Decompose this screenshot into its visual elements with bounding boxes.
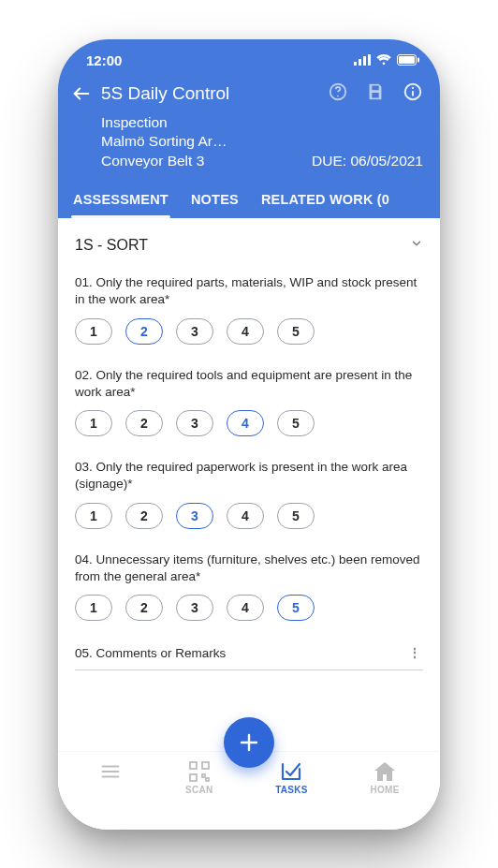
status-time: 12:00: [86, 52, 122, 68]
svg-rect-1: [359, 59, 361, 66]
question-text: 01. Only the required parts, materials, …: [75, 274, 423, 308]
nav-tasks[interactable]: TASKS: [275, 761, 308, 795]
nav-scan[interactable]: SCAN: [185, 761, 213, 795]
rating-option-5[interactable]: 5: [277, 595, 315, 621]
rating-option-2[interactable]: 2: [125, 318, 163, 345]
menu-icon: [98, 761, 123, 782]
rating-option-2[interactable]: 2: [125, 410, 163, 436]
due-text: DUE: 06/05/2021: [312, 152, 423, 171]
more-button[interactable]: ⋮: [408, 645, 423, 660]
rating-row: 12345: [75, 595, 423, 621]
comments-row: 05. Comments or Remarks ⋮: [73, 636, 425, 664]
rating-option-4[interactable]: 4: [227, 503, 264, 529]
tab-related-work[interactable]: RELATED WORK (0: [259, 186, 391, 218]
nav-home[interactable]: HOME: [370, 761, 399, 795]
section-header[interactable]: 1S - SORT: [73, 231, 425, 267]
tab-assessment[interactable]: ASSESSMENT: [71, 186, 170, 218]
arrow-left-icon: [71, 83, 92, 104]
svg-rect-22: [206, 778, 209, 781]
question-block: 03. Only the required paperwork is prese…: [73, 451, 425, 543]
qr-icon: [187, 761, 212, 782]
tab-notes[interactable]: NOTES: [189, 186, 241, 218]
home-icon: [373, 761, 397, 782]
wifi-icon: [376, 54, 391, 66]
svg-rect-0: [354, 62, 357, 66]
rating-option-4[interactable]: 4: [227, 318, 264, 345]
svg-rect-21: [202, 774, 205, 777]
app-bar: 5S Daily Control: [58, 74, 440, 110]
status-icons: [354, 54, 419, 66]
svg-rect-3: [368, 54, 371, 66]
notch: [169, 39, 329, 66]
section-title: 1S - SORT: [75, 237, 148, 254]
rating-option-1[interactable]: 1: [75, 410, 112, 436]
help-circle-icon: [328, 81, 348, 102]
question-text: 04. Unnecessary items (furniture, shelve…: [75, 552, 423, 585]
info-circle-icon: [403, 81, 423, 102]
save-icon: [365, 81, 386, 102]
rating-option-3[interactable]: 3: [176, 595, 213, 621]
question-text: 02. Only the required tools and equipmen…: [75, 367, 423, 401]
question-block: 04. Unnecessary items (furniture, shelve…: [73, 544, 425, 636]
rating-option-1[interactable]: 1: [75, 318, 112, 345]
rating-option-5[interactable]: 5: [277, 318, 315, 345]
back-button[interactable]: [71, 83, 92, 104]
svg-rect-19: [202, 762, 209, 769]
chevron-down-icon: [410, 237, 423, 254]
tasks-icon: [279, 761, 303, 782]
question-text: 03. Only the required paperwork is prese…: [75, 459, 423, 493]
app-header: 12:00 5S Daily Control: [58, 39, 440, 219]
nav-scan-label: SCAN: [185, 785, 213, 795]
nav-home-label: HOME: [370, 785, 399, 795]
rating-option-3[interactable]: 3: [176, 410, 213, 436]
rating-option-5[interactable]: 5: [277, 410, 315, 436]
page-title: 5S Daily Control: [101, 83, 318, 104]
svg-point-12: [412, 86, 414, 88]
rating-option-2[interactable]: 2: [125, 503, 163, 529]
svg-rect-2: [363, 56, 366, 66]
question-block: 02. Only the required tools and equipmen…: [73, 360, 425, 451]
help-button[interactable]: [328, 81, 348, 106]
nav-menu[interactable]: [98, 761, 123, 785]
svg-point-9: [337, 95, 339, 96]
rating-row: 12345: [75, 410, 423, 436]
save-button[interactable]: [365, 81, 386, 106]
info-button[interactable]: [403, 81, 423, 106]
phone-frame: 12:00 5S Daily Control: [58, 39, 440, 830]
location-text: Malmö Sorting Ar…: [101, 132, 423, 152]
signal-icon: [354, 54, 371, 66]
svg-rect-5: [399, 56, 415, 64]
rating-row: 12345: [75, 503, 423, 529]
question-block: 01. Only the required parts, materials, …: [73, 267, 425, 359]
nav-tasks-label: TASKS: [275, 785, 308, 795]
svg-rect-20: [190, 774, 197, 781]
rating-option-5[interactable]: 5: [277, 503, 315, 529]
rating-option-1[interactable]: 1: [75, 503, 112, 529]
svg-rect-18: [190, 762, 197, 769]
rating-option-4[interactable]: 4: [227, 410, 264, 436]
rating-option-2[interactable]: 2: [125, 595, 163, 621]
rating-option-1[interactable]: 1: [75, 595, 112, 621]
asset-text: Conveyor Belt 3: [101, 152, 204, 171]
tab-bar: ASSESSMENT NOTES RELATED WORK (0: [58, 181, 440, 218]
divider: [75, 669, 423, 670]
work-type: Inspection: [101, 113, 423, 133]
svg-rect-6: [417, 58, 419, 63]
rating-option-3[interactable]: 3: [176, 318, 213, 345]
rating-option-4[interactable]: 4: [227, 595, 264, 621]
plus-icon: [238, 731, 260, 754]
sub-header: Inspection Malmö Sorting Ar… Conveyor Be…: [58, 110, 440, 182]
rating-option-3[interactable]: 3: [176, 503, 213, 529]
rating-row: 12345: [75, 318, 423, 345]
comments-label: 05. Comments or Remarks: [75, 646, 226, 660]
battery-icon: [397, 54, 419, 66]
fab-add-button[interactable]: [224, 717, 274, 768]
